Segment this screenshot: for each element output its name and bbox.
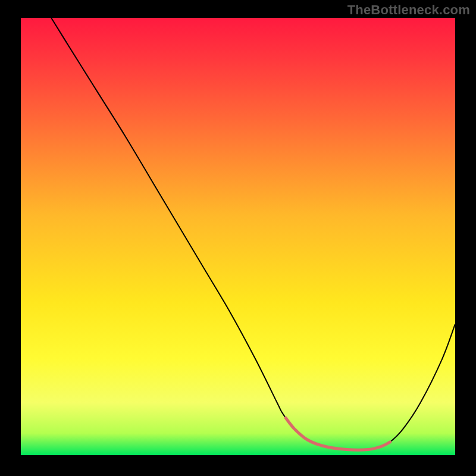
chart-svg [21, 18, 455, 455]
chart-frame: TheBottleneck.com [0, 0, 476, 476]
plot-area [21, 18, 455, 455]
watermark-text: TheBottleneck.com [347, 2, 470, 18]
chart-background [21, 18, 455, 455]
